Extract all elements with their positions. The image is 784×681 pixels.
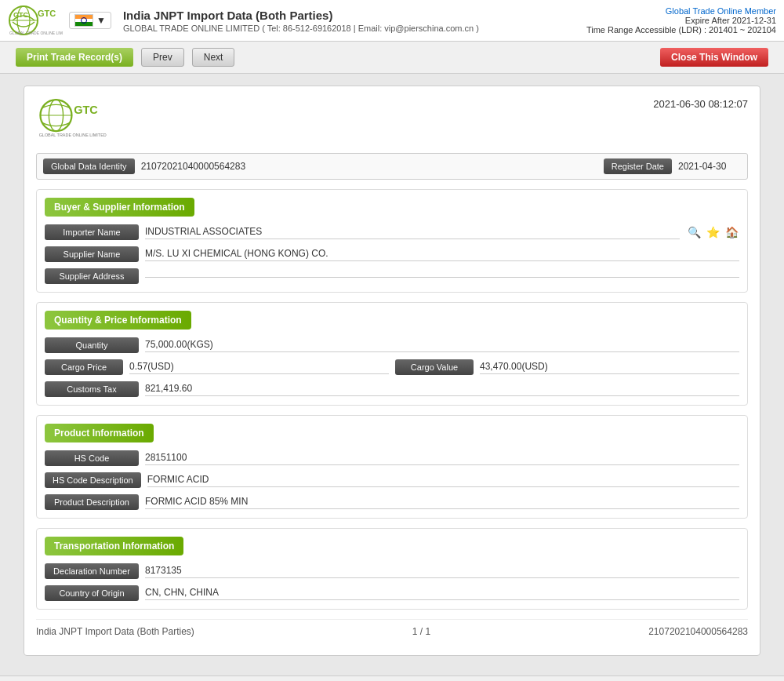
india-flag-icon — [74, 14, 93, 27]
gdi-label: Global Data Identity — [43, 158, 135, 174]
action-bar-left: Print Trade Record(s) Prev Next — [16, 48, 234, 67]
importer-name-row: Importer Name INDUSTRIAL ASSOCIATES 🔍 ⭐ … — [45, 224, 739, 240]
supplier-name-label: Supplier Name — [45, 246, 139, 262]
supplier-address-row: Supplier Address — [45, 268, 739, 284]
register-date-label: Register Date — [604, 158, 672, 174]
importer-name-label: Importer Name — [45, 224, 139, 240]
gto-logo: GTC GTC GLOBAL TRADE ONLINE LIMITED — [8, 5, 63, 36]
footer-record: India JNPT Import Data (Both Parties) 1 … — [36, 619, 748, 643]
importer-name-value: INDUSTRIAL ASSOCIATES — [145, 226, 680, 239]
quantity-value: 75,000.00(KGS) — [145, 339, 739, 352]
card-datetime: 2021-06-30 08:12:07 — [653, 98, 748, 110]
close-button-top[interactable]: Close This Window — [660, 48, 768, 67]
card-header: GTC GLOBAL TRADE ONLINE LIMITED 2021-06-… — [36, 98, 748, 144]
product-desc-row: Product Description FORMIC ACID 85% MIN — [45, 494, 739, 510]
hs-code-desc-value: FORMIC ACID — [147, 474, 739, 487]
flag-selector[interactable]: ▼ — [69, 12, 111, 29]
footer-center: 1 / 1 — [412, 626, 430, 637]
expire-text: Expire After 2021-12-31 — [586, 16, 776, 25]
time-range-text: Time Range Accessible (LDR) : 201401 ~ 2… — [586, 25, 776, 35]
svg-text:GTC: GTC — [74, 104, 98, 116]
action-bar-right: Close This Window — [660, 48, 768, 67]
main-content: GTC GLOBAL TRADE ONLINE LIMITED 2021-06-… — [8, 74, 776, 676]
svg-text:GLOBAL TRADE ONLINE LIMITED: GLOBAL TRADE ONLINE LIMITED — [9, 31, 63, 35]
card-logo: GTC GLOBAL TRADE ONLINE LIMITED — [36, 98, 114, 144]
buyer-supplier-section: Buyer & Supplier Information Importer Na… — [36, 189, 748, 293]
country-of-origin-value: CN, CHN, CHINA — [145, 587, 739, 600]
cargo-price-value: 0.57(USD) — [129, 361, 389, 374]
quantity-row: Quantity 75,000.00(KGS) — [45, 337, 739, 353]
record-card: GTC GLOBAL TRADE ONLINE LIMITED 2021-06-… — [24, 86, 760, 656]
country-of-origin-row: Country of Origin CN, CHN, CHINA — [45, 585, 739, 601]
declaration-number-label: Declaration Number — [45, 563, 139, 579]
hs-code-desc-row: HS Code Description FORMIC ACID — [45, 472, 739, 488]
cargo-price-label: Cargo Price — [45, 359, 123, 375]
svg-text:GLOBAL TRADE ONLINE LIMITED: GLOBAL TRADE ONLINE LIMITED — [39, 133, 107, 137]
product-section: Product Information HS Code 28151100 HS … — [36, 415, 748, 519]
cargo-value-value: 43,470.00(USD) — [480, 361, 739, 374]
product-desc-label: Product Description — [45, 494, 139, 510]
customs-tax-value: 821,419.60 — [145, 383, 739, 396]
supplier-address-label: Supplier Address — [45, 268, 139, 284]
supplier-name-row: Supplier Name M/S. LU XI CHEMICAL (HONG … — [45, 246, 739, 262]
quantity-price-header: Quantity & Price Information — [45, 311, 191, 330]
header-right: Global Trade Online Member Expire After … — [586, 6, 776, 35]
supplier-name-value: M/S. LU XI CHEMICAL (HONG KONG) CO. — [145, 248, 739, 261]
member-link[interactable]: Global Trade Online Member — [666, 6, 776, 16]
top-action-bar: Print Trade Record(s) Prev Next Close Th… — [0, 42, 784, 74]
logo-area: GTC GTC GLOBAL TRADE ONLINE LIMITED ▼ — [8, 5, 111, 36]
home-icon[interactable]: 🏠 — [724, 224, 739, 240]
dropdown-arrow-icon: ▼ — [96, 15, 106, 26]
header-contact: GLOBAL TRADE ONLINE LIMITED ( Tel: 86-51… — [123, 24, 586, 33]
next-button-top[interactable]: Next — [192, 48, 235, 67]
hs-code-desc-label: HS Code Description — [45, 472, 141, 488]
footer-left: India JNPT Import Data (Both Parties) — [36, 626, 194, 637]
star-icon[interactable]: ⭐ — [705, 224, 720, 240]
bottom-action-bar: Print Trade Record(s) Prev Next Close Th… — [0, 676, 784, 681]
importer-icons: 🔍 ⭐ 🏠 — [686, 224, 739, 240]
supplier-address-value — [145, 275, 739, 278]
gdi-value: 21072021040000564283 — [141, 161, 597, 172]
gdi-row: Global Data Identity 2107202104000056428… — [36, 153, 748, 180]
product-desc-value: FORMIC ACID 85% MIN — [145, 496, 739, 509]
hs-code-row: HS Code 28151100 — [45, 450, 739, 466]
search-icon[interactable]: 🔍 — [686, 224, 702, 240]
product-header: Product Information — [45, 424, 154, 442]
header-title: India JNPT Import Data (Both Parties) — [123, 9, 586, 22]
country-of-origin-label: Country of Origin — [45, 585, 139, 601]
buyer-supplier-header: Buyer & Supplier Information — [45, 198, 194, 217]
top-header: GTC GTC GLOBAL TRADE ONLINE LIMITED ▼ In… — [0, 0, 784, 42]
hs-code-label: HS Code — [45, 450, 139, 466]
print-button-top[interactable]: Print Trade Record(s) — [16, 48, 133, 67]
prev-button-top[interactable]: Prev — [141, 48, 184, 67]
svg-text:GTC: GTC — [38, 9, 56, 18]
cargo-value-label: Cargo Value — [395, 359, 474, 375]
hs-code-value: 28151100 — [145, 452, 739, 465]
declaration-number-value: 8173135 — [145, 565, 739, 578]
cargo-price-row: Cargo Price 0.57(USD) Cargo Value 43,470… — [45, 359, 739, 375]
declaration-number-row: Declaration Number 8173135 — [45, 563, 739, 579]
transportation-section: Transportation Information Declaration N… — [36, 528, 748, 610]
footer-right: 2107202104000564283 — [648, 626, 748, 637]
transportation-header: Transportation Information — [45, 537, 183, 555]
register-date-value: 2021-04-30 — [678, 161, 741, 172]
customs-tax-label: Customs Tax — [45, 381, 139, 397]
quantity-label: Quantity — [45, 337, 139, 353]
customs-tax-row: Customs Tax 821,419.60 — [45, 381, 739, 397]
header-center: India JNPT Import Data (Both Parties) GL… — [111, 9, 586, 33]
quantity-price-section: Quantity & Price Information Quantity 75… — [36, 302, 748, 406]
